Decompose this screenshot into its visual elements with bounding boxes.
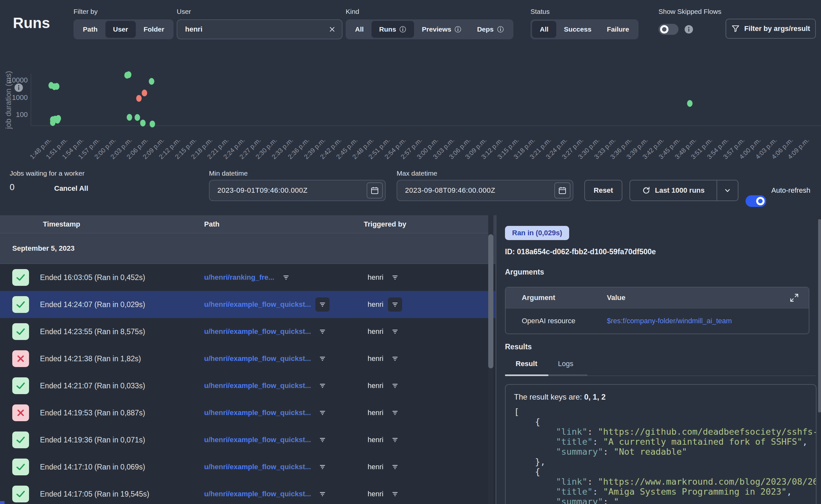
filter-by-option-user[interactable]: User — [105, 21, 136, 38]
max-datetime-calendar-button[interactable] — [554, 182, 571, 199]
run-path-link[interactable]: u/henri/ranking_fre... — [204, 273, 274, 282]
filter-by-user-icon[interactable] — [388, 433, 402, 447]
status-option-failure[interactable]: Failure — [599, 21, 637, 38]
toggle-knob — [660, 25, 669, 34]
chart-point-success[interactable] — [50, 119, 55, 126]
triggered-by-cell: henri — [367, 426, 402, 453]
user-input[interactable] — [177, 25, 322, 34]
table-scrollbar-thumb[interactable] — [488, 234, 494, 368]
filter-by-option-path[interactable]: Path — [75, 21, 105, 38]
chart-point-success[interactable] — [55, 117, 60, 124]
show-skipped-label: Show Skipped Flows — [659, 8, 721, 15]
json-line: "summary": " — [514, 497, 816, 504]
filter-by-path-icon[interactable] — [315, 460, 329, 474]
run-path-link[interactable]: u/henri/example_flow_quickst... — [204, 327, 311, 336]
filter-by-path-icon[interactable] — [315, 325, 329, 339]
table-header: Timestamp Path Triggered by — [0, 215, 495, 233]
chart-point-success[interactable] — [134, 114, 140, 121]
kind-option-deps[interactable]: Deps — [469, 21, 512, 38]
filter-by-path-icon[interactable] — [315, 487, 329, 501]
chart-point-success[interactable] — [126, 71, 131, 78]
status-option-all[interactable]: All — [532, 21, 556, 38]
chart-point-success[interactable] — [127, 114, 132, 121]
auto-refresh-toggle[interactable] — [746, 195, 766, 207]
kind-segmented: AllRunsPreviewsDeps — [346, 19, 513, 39]
filter-by-path-icon[interactable] — [279, 270, 293, 285]
tab-logs[interactable]: Logs — [558, 360, 573, 368]
run-path-link[interactable]: u/henri/example_flow_quickst... — [204, 354, 311, 363]
filter-by-user-icon[interactable] — [388, 297, 402, 312]
load-runs-dropdown-button[interactable] — [717, 180, 738, 200]
filter-by-user-icon[interactable] — [388, 325, 402, 339]
table-row[interactable]: Ended 14:19:53 (Ran in 0,887s)u/henri/ex… — [0, 399, 495, 426]
min-datetime-input[interactable] — [210, 186, 366, 195]
kind-option-label: All — [355, 25, 364, 33]
expand-icon[interactable] — [789, 293, 799, 304]
show-skipped-toggle[interactable] — [659, 24, 679, 35]
table-row[interactable]: Ended 14:24:07 (Ran in 0,029s)u/henri/ex… — [0, 291, 495, 318]
argument-value-link[interactable]: $res:f/company-folder/windmill_ai_team — [607, 308, 732, 334]
kind-option-all[interactable]: All — [347, 21, 371, 38]
triggered-by-user: henri — [367, 354, 383, 363]
y-tick-label: 100 — [16, 111, 28, 119]
max-datetime-field — [396, 180, 573, 201]
table-row[interactable]: Ended 14:21:38 (Ran in 1,82s)u/henri/exa… — [0, 345, 495, 372]
run-path-link[interactable]: u/henri/example_flow_quickst... — [204, 436, 311, 444]
status-option-success[interactable]: Success — [556, 21, 599, 38]
chart-point-failure[interactable] — [136, 95, 142, 102]
tab-result[interactable]: Result — [516, 360, 537, 368]
run-path-link[interactable]: u/henri/example_flow_quickst... — [204, 490, 311, 498]
reset-button[interactable]: Reset — [584, 180, 622, 201]
triggered-by-user: henri — [367, 409, 383, 417]
filter-by-path-icon[interactable] — [315, 352, 329, 366]
result-keys-prefix: The result keys are: — [514, 393, 584, 401]
load-runs-button[interactable]: Last 1000 runs — [630, 180, 717, 200]
run-path-link[interactable]: u/henri/example_flow_quickst... — [204, 300, 311, 309]
info-icon — [497, 26, 504, 33]
filter-by-option-folder[interactable]: Folder — [136, 21, 172, 38]
min-datetime-calendar-button[interactable] — [366, 182, 383, 199]
bottom-progress-sliver — [0, 501, 5, 504]
filter-by-user-icon[interactable] — [388, 487, 402, 501]
job-duration-chart: job duration (ms) 100001000100 1:48 p.m.… — [0, 48, 821, 171]
max-datetime-input[interactable] — [397, 186, 554, 195]
chart-point-success[interactable] — [54, 83, 59, 90]
min-datetime-label: Min datetime — [209, 170, 248, 177]
run-path-link[interactable]: u/henri/example_flow_quickst... — [204, 463, 311, 471]
filter-by-args-button[interactable]: Filter by args/result — [726, 19, 816, 39]
filter-by-user-icon[interactable] — [388, 352, 402, 366]
kind-option-previews[interactable]: Previews — [414, 21, 469, 38]
chart-point-success[interactable] — [687, 100, 693, 107]
table-row[interactable]: Ended 16:03:05 (Ran in 0,452s)u/henri/ra… — [0, 264, 495, 291]
filter-by-user-icon[interactable] — [388, 460, 402, 474]
clear-user-icon[interactable] — [322, 26, 342, 33]
filter-by-user-icon[interactable] — [388, 379, 402, 393]
filter-by-user-icon[interactable] — [388, 406, 402, 420]
filter-by-path-icon[interactable] — [315, 379, 329, 393]
table-scrollbar[interactable] — [488, 215, 494, 504]
filter-by-path-icon[interactable] — [315, 433, 329, 447]
panel-scrollbar[interactable] — [818, 215, 821, 504]
cancel-all-button[interactable]: Cancel All — [54, 184, 88, 193]
chart-point-success[interactable] — [150, 121, 155, 127]
table-row[interactable]: Ended 14:23:55 (Ran in 8,575s)u/henri/ex… — [0, 318, 495, 345]
kind-option-runs[interactable]: Runs — [371, 21, 415, 38]
failure-x-icon — [12, 350, 29, 367]
triggered-by-user: henri — [367, 382, 383, 390]
table-row[interactable]: Ended 14:19:36 (Ran in 0,071s)u/henri/ex… — [0, 426, 495, 453]
path-cell: u/henri/ranking_fre... — [204, 264, 293, 291]
skipped-info-icon[interactable] — [684, 25, 693, 35]
chart-point-failure[interactable] — [142, 90, 147, 96]
panel-scrollbar-thumb[interactable] — [818, 219, 821, 412]
run-path-link[interactable]: u/henri/example_flow_quickst... — [204, 382, 311, 390]
chart-point-success[interactable] — [149, 78, 154, 85]
filter-by-path-icon[interactable] — [315, 406, 329, 420]
run-path-link[interactable]: u/henri/example_flow_quickst... — [204, 409, 311, 417]
chart-point-success[interactable] — [140, 120, 146, 126]
table-row[interactable]: Ended 14:17:05 (Ran in 19,545s)u/henri/e… — [0, 480, 495, 504]
table-row[interactable]: Ended 14:17:10 (Ran in 0,069s)u/henri/ex… — [0, 453, 495, 480]
success-icon — [12, 486, 29, 502]
filter-by-user-icon[interactable] — [388, 270, 402, 285]
filter-by-path-icon[interactable] — [315, 297, 329, 312]
table-row[interactable]: Ended 14:21:07 (Ran in 0,033s)u/henri/ex… — [0, 372, 495, 399]
